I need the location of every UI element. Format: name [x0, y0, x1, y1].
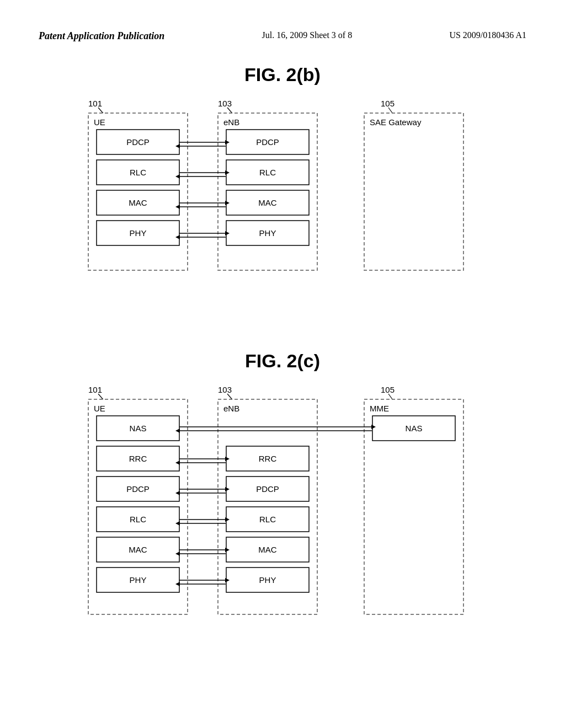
ue-pdcp-label-2b: PDCP — [126, 137, 150, 147]
ue-phy-label-2b: PHY — [130, 228, 147, 238]
ue-label-2b: UE — [94, 117, 105, 127]
enb-pdcp-label-2c: PDCP — [256, 484, 279, 494]
ue-rlc-label-2b: RLC — [130, 168, 146, 177]
enb-phy-label-2c: PHY — [259, 575, 276, 585]
ue-nas-label-2c: NAS — [130, 424, 147, 433]
ue-label-2c: UE — [94, 404, 105, 413]
enb-rlc-label-2b: RLC — [259, 168, 276, 177]
ue-pdcp-label-2c: PDCP — [126, 484, 150, 494]
main-content: FIG. 2(b) 101 103 105 UE P — [0, 53, 565, 670]
ref105-2c: 105 — [381, 385, 395, 394]
ue-rlc-label-2c: RLC — [130, 515, 146, 524]
fig2b-title: FIG. 2(b) — [39, 64, 526, 85]
ref103-2c: 103 — [218, 385, 232, 394]
patent-number-label: US 2009/0180436 A1 — [449, 30, 526, 40]
enb-rrc-label-2c: RRC — [259, 454, 277, 463]
ue-mac-label-2c: MAC — [129, 545, 147, 554]
enb-pdcp-label-2b: PDCP — [256, 137, 279, 147]
publication-label: Patent Application Publication — [39, 30, 164, 42]
sae-label-2b: SAE Gateway — [370, 117, 422, 127]
mme-label-2c: MME — [370, 404, 389, 413]
ue-phy-label-2c: PHY — [130, 575, 147, 585]
ref101-2b: 101 — [88, 99, 102, 108]
ref105-2b: 105 — [381, 99, 395, 108]
date-sheet-label: Jul. 16, 2009 Sheet 3 of 8 — [262, 30, 353, 40]
sae-node-2b — [364, 113, 463, 270]
fig2c-title: FIG. 2(c) — [39, 350, 526, 372]
page-header: Patent Application Publication Jul. 16, … — [0, 0, 565, 53]
ref101-2c: 101 — [88, 385, 102, 394]
ue-rrc-label-2c: RRC — [129, 454, 147, 463]
fig2c-diagram: 101 103 105 UE NAS RRC P — [55, 383, 508, 625]
enb-mac-label-2b: MAC — [258, 198, 277, 207]
ref103-2b: 103 — [218, 99, 232, 108]
ue-mac-label-2b: MAC — [129, 198, 147, 207]
separator — [39, 317, 526, 350]
enb-label-2c: eNB — [223, 404, 239, 413]
enb-label-2b: eNB — [223, 117, 239, 127]
fig2b-section: FIG. 2(b) 101 103 105 UE P — [39, 64, 526, 284]
enb-mac-label-2c: MAC — [258, 545, 277, 554]
mme-nas-label-2c: NAS — [406, 424, 423, 433]
enb-rlc-label-2c: RLC — [259, 515, 276, 524]
page: Patent Application Publication Jul. 16, … — [0, 0, 565, 728]
fig2c-section: FIG. 2(c) 101 103 105 UE NAS — [39, 350, 526, 625]
fig2b-diagram: 101 103 105 UE PDCP RLC — [55, 97, 508, 284]
enb-phy-label-2b: PHY — [259, 228, 276, 238]
